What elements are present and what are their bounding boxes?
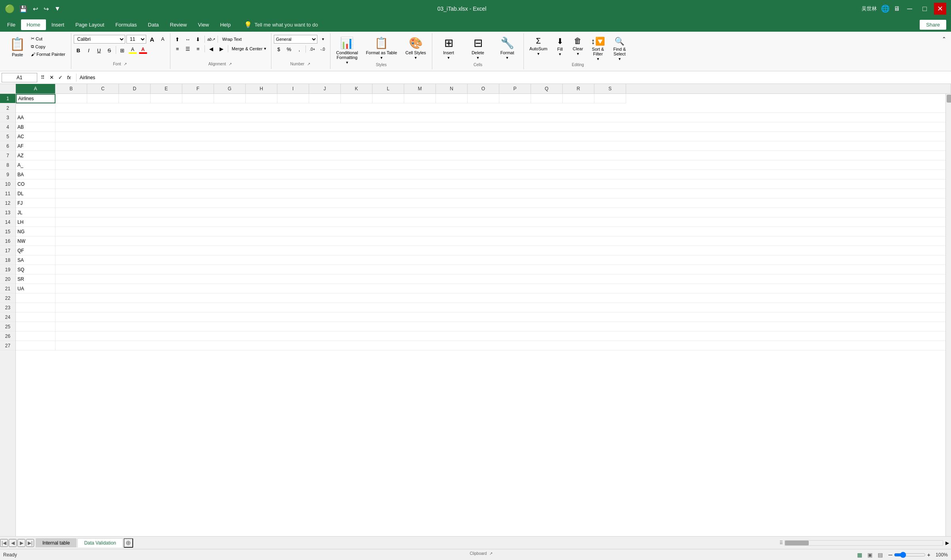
cell-a24[interactable] bbox=[16, 312, 55, 322]
decrease-font-button[interactable]: A bbox=[158, 35, 168, 44]
merge-center-button[interactable]: Merge & Center ▼ bbox=[230, 44, 269, 53]
cell-a26[interactable] bbox=[16, 331, 55, 341]
align-left-button[interactable]: ≡ bbox=[173, 44, 182, 53]
cell-a7[interactable]: AZ bbox=[16, 151, 55, 160]
row-num-15[interactable]: 15 bbox=[0, 227, 15, 236]
tell-me-text[interactable]: Tell me what you want to do bbox=[254, 22, 920, 28]
menu-item-formulas[interactable]: Formulas bbox=[110, 19, 142, 30]
row-num-8[interactable]: 8 bbox=[0, 160, 15, 170]
cell-a16[interactable]: NW bbox=[16, 236, 55, 246]
format-button[interactable]: 🔧 Format ▼ bbox=[493, 35, 521, 61]
cell-e1[interactable] bbox=[151, 94, 182, 103]
row-num-13[interactable]: 13 bbox=[0, 208, 15, 217]
row-num-19[interactable]: 19 bbox=[0, 265, 15, 274]
cell-a10[interactable]: CO bbox=[16, 179, 55, 189]
cell-a23[interactable] bbox=[16, 303, 55, 312]
cell-a5[interactable]: AC bbox=[16, 132, 55, 141]
name-box[interactable] bbox=[2, 73, 37, 82]
indent-increase-button[interactable]: ▶ bbox=[217, 44, 226, 53]
cell-a8[interactable]: A_ bbox=[16, 160, 55, 170]
cell-d1[interactable] bbox=[119, 94, 151, 103]
save-button[interactable]: 💾 bbox=[18, 4, 29, 13]
vertical-scrollbar[interactable] bbox=[945, 94, 951, 536]
more-functions-button[interactable]: ⠿ bbox=[39, 74, 47, 82]
sheet-nav-first[interactable]: |◀ bbox=[0, 539, 8, 547]
cell-a20[interactable]: SR bbox=[16, 274, 55, 284]
orientation-button[interactable]: ab↗ bbox=[206, 35, 216, 44]
col-header-h[interactable]: H bbox=[246, 84, 277, 93]
decimal-increase-button[interactable]: .0+ bbox=[307, 45, 317, 53]
underline-button[interactable]: U bbox=[94, 46, 104, 55]
border-button[interactable]: ⊞ bbox=[118, 46, 127, 55]
cell-a6[interactable]: AF bbox=[16, 141, 55, 151]
menu-item-view[interactable]: View bbox=[192, 19, 214, 30]
share-button[interactable]: Share bbox=[920, 20, 946, 30]
alignment-expand-icon[interactable]: ↗ bbox=[227, 61, 233, 67]
font-expand-icon[interactable]: ↗ bbox=[122, 61, 128, 67]
cell-f1[interactable] bbox=[182, 94, 214, 103]
font-color-button[interactable]: A bbox=[138, 46, 148, 55]
cell-a14[interactable]: LH bbox=[16, 217, 55, 227]
cell-a13[interactable]: JL bbox=[16, 208, 55, 217]
row-num-2[interactable]: 2 bbox=[0, 103, 15, 113]
row-num-27[interactable]: 27 bbox=[0, 341, 15, 350]
cancel-formula-button[interactable]: ✕ bbox=[48, 74, 55, 82]
row-num-18[interactable]: 18 bbox=[0, 255, 15, 265]
menu-item-file[interactable]: File bbox=[2, 19, 21, 30]
cell-i1[interactable] bbox=[277, 94, 309, 103]
cell-r1[interactable] bbox=[563, 94, 594, 103]
percent-button[interactable]: % bbox=[284, 45, 294, 53]
menu-item-insert[interactable]: Insert bbox=[46, 19, 70, 30]
cell-a11[interactable]: DL bbox=[16, 189, 55, 198]
number-format-select[interactable]: General bbox=[274, 35, 317, 44]
row-num-7[interactable]: 7 bbox=[0, 151, 15, 160]
add-sheet-button[interactable]: ⊕ bbox=[124, 538, 133, 548]
italic-button[interactable]: I bbox=[84, 46, 94, 55]
formula-input[interactable] bbox=[78, 73, 949, 82]
row-num-22[interactable]: 22 bbox=[0, 293, 15, 303]
merge-center-dropdown-icon[interactable]: ▼ bbox=[263, 47, 267, 51]
align-right-button[interactable]: ≡ bbox=[193, 44, 203, 53]
align-center-button[interactable]: ☰ bbox=[183, 44, 193, 53]
font-size-select[interactable]: 11 bbox=[126, 35, 146, 44]
cell-a15[interactable]: NG bbox=[16, 227, 55, 236]
row-num-11[interactable]: 11 bbox=[0, 189, 15, 198]
col-header-l[interactable]: L bbox=[372, 84, 404, 93]
customize-quick-access-button[interactable]: ▼ bbox=[53, 4, 62, 13]
close-button[interactable]: ✕ bbox=[934, 3, 946, 15]
format-as-table-dropdown[interactable]: ▼ bbox=[380, 56, 383, 60]
cell-l1[interactable] bbox=[372, 94, 404, 103]
col-header-n[interactable]: N bbox=[436, 84, 468, 93]
middle-align-button[interactable]: ↔ bbox=[183, 35, 193, 44]
cell-a19[interactable]: SQ bbox=[16, 265, 55, 274]
decimal-decrease-button[interactable]: -.0 bbox=[318, 45, 327, 53]
sheet-nav-next[interactable]: ▶ bbox=[17, 539, 25, 547]
col-header-r[interactable]: R bbox=[563, 84, 594, 93]
row-num-14[interactable]: 14 bbox=[0, 217, 15, 227]
cell-a25[interactable] bbox=[16, 322, 55, 331]
cell-a17[interactable]: QF bbox=[16, 246, 55, 255]
cell-n1[interactable] bbox=[436, 94, 468, 103]
sort-filter-button[interactable]: ↕🔽 Sort &Filter ▼ bbox=[588, 35, 608, 63]
redo-button[interactable]: ↪ bbox=[42, 4, 50, 13]
row-num-9[interactable]: 9 bbox=[0, 170, 15, 179]
delete-button[interactable]: ⊟ Delete ▼ bbox=[464, 35, 492, 61]
col-header-k[interactable]: K bbox=[341, 84, 372, 93]
cell-k1[interactable] bbox=[341, 94, 372, 103]
col-header-j[interactable]: J bbox=[309, 84, 341, 93]
confirm-formula-button[interactable]: ✓ bbox=[56, 74, 64, 82]
col-header-e[interactable]: E bbox=[151, 84, 182, 93]
cell-a3[interactable]: AA bbox=[16, 113, 55, 122]
delete-dropdown[interactable]: ▼ bbox=[476, 56, 480, 60]
row-num-23[interactable]: 23 bbox=[0, 303, 15, 312]
col-header-p[interactable]: P bbox=[499, 84, 531, 93]
row-num-1[interactable]: 1 bbox=[0, 94, 15, 103]
col-header-f[interactable]: F bbox=[182, 84, 214, 93]
cell-j1[interactable] bbox=[309, 94, 341, 103]
sheet-tab-data-validation[interactable]: Data Validation bbox=[77, 538, 123, 547]
col-header-a[interactable]: A bbox=[16, 84, 55, 93]
cell-a12[interactable]: FJ bbox=[16, 198, 55, 208]
col-header-c[interactable]: C bbox=[87, 84, 119, 93]
menu-item-review[interactable]: Review bbox=[164, 19, 193, 30]
cell-s1[interactable] bbox=[594, 94, 626, 103]
